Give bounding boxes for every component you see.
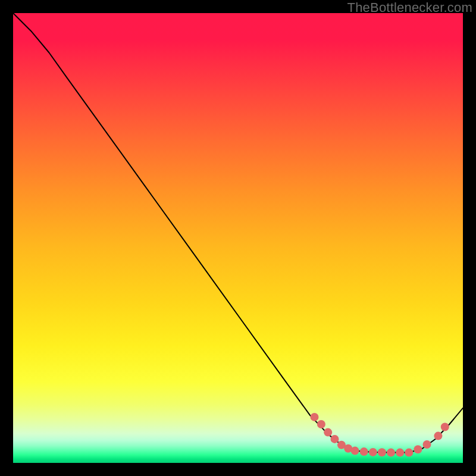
data-dot — [434, 432, 442, 440]
data-dot — [311, 413, 319, 421]
data-dot — [351, 447, 359, 455]
data-dot — [423, 440, 431, 449]
plot-area — [13, 13, 463, 463]
data-dot — [369, 448, 377, 456]
data-dot — [405, 449, 413, 457]
chart-svg — [13, 13, 463, 463]
data-dot — [317, 420, 325, 428]
data-dot — [414, 445, 422, 453]
data-dot — [396, 449, 404, 457]
data-dot — [360, 447, 368, 456]
data-dot — [387, 449, 395, 457]
data-dot — [331, 435, 339, 443]
chart-root: TheBottlenecker.com — [0, 0, 476, 476]
gradient-background — [13, 13, 463, 463]
data-dot — [441, 423, 449, 431]
watermark-text: TheBottlenecker.com — [347, 0, 472, 15]
data-dot — [378, 448, 386, 456]
data-dot — [324, 428, 332, 437]
